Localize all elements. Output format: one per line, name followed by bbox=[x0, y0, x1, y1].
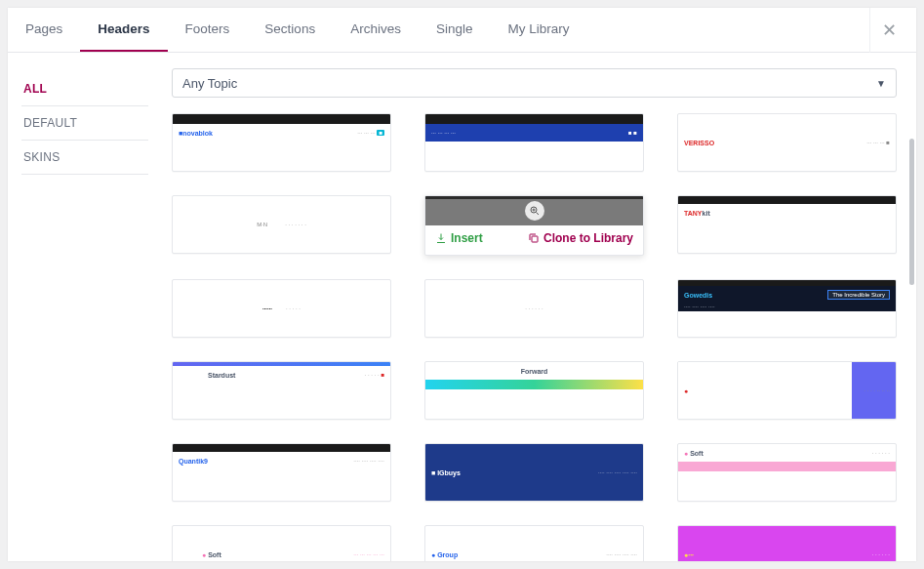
tab-pages[interactable]: Pages bbox=[8, 8, 80, 52]
preview-midbar: ■novablok ··· ··· ··· ■ bbox=[173, 124, 390, 142]
preview-logo: ●··· bbox=[684, 551, 694, 558]
preview-logo: Forward bbox=[521, 368, 548, 375]
template-grid: ■novablok ··· ··· ··· ■ ··· ··· ··· ··· … bbox=[172, 113, 897, 561]
preview-topbar bbox=[425, 114, 643, 124]
preview-midbar: M·N · · · · · · · bbox=[173, 196, 390, 253]
preview-menu: ···· ···· ···· ···· bbox=[353, 458, 384, 464]
insert-label: Insert bbox=[451, 231, 483, 245]
template-card[interactable]: Gowedis The Incredible Story ···· ···· ·… bbox=[677, 279, 897, 338]
preview-menu: ···· ···· ···· ···· bbox=[606, 551, 637, 557]
preview-menu: · · · · · · bbox=[525, 305, 542, 311]
template-card[interactable]: Quantik9 ···· ···· ···· ···· bbox=[172, 443, 391, 502]
preview-menu: ··· ··· ··· ··· bbox=[431, 130, 456, 136]
copy-icon bbox=[528, 232, 540, 244]
preview-midbar: ■ IGbuys ···· ···· ···· ···· ···· bbox=[425, 444, 643, 501]
chevron-down-icon: ▼ bbox=[876, 78, 886, 89]
preview-midbar: ··· ··· ··· ··· ■ ■ bbox=[425, 124, 643, 142]
preview-menu: ···· ···· ···· ···· ···· bbox=[598, 469, 637, 475]
preview-midbar: Gowedis The Incredible Story bbox=[678, 286, 896, 304]
template-card[interactable]: ··· ··· ··· ··· ■ ■ bbox=[424, 113, 644, 172]
template-card[interactable]: ●··· · · · · · · bbox=[677, 525, 897, 561]
sidebar-item-all[interactable]: ALL bbox=[21, 72, 148, 106]
preview-menu: · · · · · · bbox=[872, 551, 890, 557]
preview-logo: ● Group bbox=[431, 551, 458, 558]
preview-menu: · · · · · · bbox=[872, 450, 890, 456]
preview-logo: Stardust bbox=[208, 372, 235, 379]
tab-archives[interactable]: Archives bbox=[333, 8, 419, 52]
preview-logo: Quantik9 bbox=[179, 458, 208, 465]
template-card[interactable]: Stardust · · · · · ■ bbox=[172, 361, 391, 420]
template-card[interactable]: VERISSO ··· ··· ··· ■ bbox=[677, 113, 897, 172]
preview-midbar: Forward bbox=[425, 362, 643, 380]
preview-logo: ● Soft bbox=[684, 450, 703, 457]
preview-stripe bbox=[425, 380, 643, 389]
preview-midbar: ●··· · · · · · · bbox=[678, 526, 896, 561]
topbar: Pages Headers Footers Sections Archives … bbox=[8, 8, 916, 53]
tab-headers[interactable]: Headers bbox=[80, 8, 167, 52]
svg-line-1 bbox=[536, 213, 539, 216]
magnify-icon bbox=[525, 201, 544, 221]
tab-single[interactable]: Single bbox=[419, 8, 491, 52]
sidebar-item-default[interactable]: DEFAULT bbox=[21, 106, 148, 141]
template-card[interactable]: · · · · · · bbox=[424, 279, 644, 338]
preview-thumbnail bbox=[425, 196, 643, 225]
card-actions: Insert Clone to Library bbox=[425, 225, 643, 251]
preview-text: M·N bbox=[257, 222, 267, 227]
preview-topbar bbox=[173, 114, 390, 124]
tab-strip: Pages Headers Footers Sections Archives … bbox=[8, 8, 869, 52]
template-card[interactable]: M·N · · · · · · · bbox=[172, 195, 391, 254]
close-button[interactable]: ✕ bbox=[869, 8, 908, 53]
topic-filter-select[interactable]: Any Topic ▼ bbox=[172, 68, 897, 98]
tab-sections[interactable]: Sections bbox=[247, 8, 333, 52]
preview-nav: ···· ···· ···· ···· bbox=[678, 304, 896, 311]
template-library-window: Pages Headers Footers Sections Archives … bbox=[8, 8, 916, 561]
preview-menu: ··· ··· ··· ■ bbox=[357, 130, 384, 136]
preview-menu-right: ■ ■ bbox=[628, 130, 637, 136]
preview-midbar: ● · · · · ·· ·· ·· bbox=[678, 362, 896, 419]
preview-menu: · · · · · ■ bbox=[365, 372, 384, 378]
clone-label: Clone to Library bbox=[543, 231, 633, 245]
preview-logo: ······ bbox=[262, 305, 272, 311]
preview-menu: · · · · · bbox=[286, 305, 301, 311]
preview-logo: ● bbox=[684, 387, 688, 394]
preview-midbar: ● Soft ··· ··· ··· ··· ··· bbox=[173, 526, 390, 561]
insert-button[interactable]: Insert bbox=[435, 231, 483, 245]
tab-my-library[interactable]: My Library bbox=[490, 8, 586, 52]
sidebar: ALL DEFAULT SKINS bbox=[8, 53, 162, 561]
preview-cta: The Incredible Story bbox=[827, 290, 890, 300]
preview-midbar: · · · · · · bbox=[425, 280, 643, 337]
template-card[interactable]: Forward bbox=[424, 361, 644, 420]
template-card[interactable]: ■novablok ··· ··· ··· ■ bbox=[172, 113, 391, 172]
preview-menu: · · · · · · · bbox=[285, 222, 306, 227]
preview-topbar bbox=[173, 444, 390, 452]
topic-filter-value: Any Topic bbox=[182, 76, 237, 91]
preview-logo: ■novablok bbox=[179, 130, 213, 137]
template-card[interactable]: TANYkit bbox=[677, 195, 897, 254]
preview-midbar: VERISSO ··· ··· ··· ■ bbox=[678, 114, 896, 171]
preview-midbar: Stardust · · · · · ■ bbox=[173, 366, 390, 384]
svg-rect-4 bbox=[532, 236, 538, 242]
template-card[interactable]: ● Soft ··· ··· ··· ··· ··· bbox=[172, 525, 391, 561]
preview-menu: ··· ··· ··· ··· ··· bbox=[353, 551, 384, 557]
template-card[interactable]: ● Soft · · · · · · bbox=[677, 443, 897, 502]
preview-topbar bbox=[678, 196, 896, 204]
preview-midbar: ● Group ···· ···· ···· ···· bbox=[425, 526, 643, 561]
preview-midbar: ······ · · · · · bbox=[173, 280, 390, 337]
preview-midbar: ● Soft · · · · · · bbox=[678, 444, 896, 462]
main-panel: Any Topic ▼ ■novablok ··· ··· ··· ■ ··· … bbox=[162, 53, 916, 561]
preview-logo: VERISSO bbox=[684, 140, 714, 146]
template-card[interactable]: ······ · · · · · bbox=[172, 279, 391, 338]
template-card-hover[interactable]: Insert Clone to Library bbox=[424, 195, 644, 256]
template-card[interactable]: ● Group ···· ···· ···· ···· bbox=[424, 525, 644, 561]
tab-footers[interactable]: Footers bbox=[168, 8, 248, 52]
template-card[interactable]: ■ IGbuys ···· ···· ···· ···· ···· bbox=[424, 443, 644, 502]
sidebar-item-skins[interactable]: SKINS bbox=[21, 141, 148, 175]
close-icon: ✕ bbox=[882, 20, 897, 41]
preview-menu: ··· ··· ··· ■ bbox=[866, 140, 890, 145]
preview-logo: TANYkit bbox=[684, 210, 710, 217]
preview-midbar: TANYkit bbox=[678, 204, 896, 222]
template-card[interactable]: ● · · · · ·· ·· ·· bbox=[677, 361, 897, 420]
preview-logo: Gowedis bbox=[684, 292, 712, 299]
clone-button[interactable]: Clone to Library bbox=[528, 231, 633, 245]
preview-logo: ● Soft bbox=[202, 551, 221, 558]
